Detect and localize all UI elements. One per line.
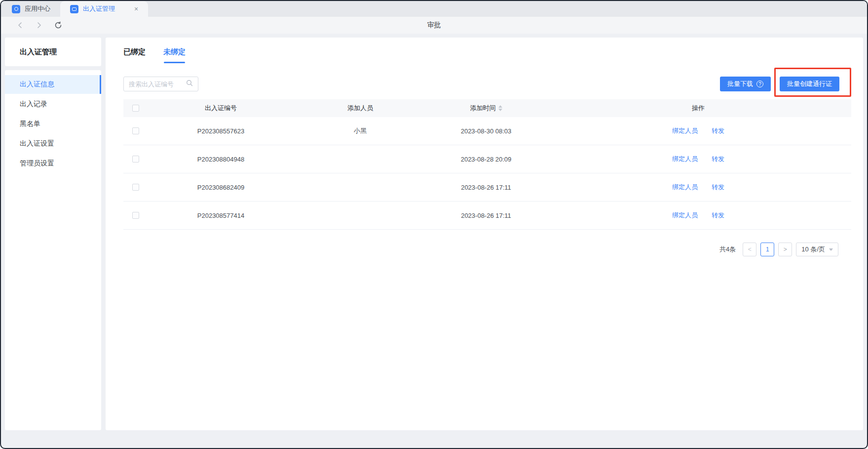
forward-link[interactable]: 转发 [712, 183, 724, 192]
tab-bar: 应用中心 出入证管理 × [1, 1, 867, 17]
sidebar-item-access-records[interactable]: 出入记录 [5, 95, 101, 114]
batch-download-button[interactable]: 批量下载 ? [720, 77, 771, 91]
row-checkbox[interactable] [132, 212, 139, 219]
refresh-icon[interactable] [54, 21, 62, 29]
search-box [123, 77, 198, 91]
help-icon[interactable]: ? [756, 81, 763, 87]
sidebar-title: 出入证管理 [5, 38, 101, 66]
forward-icon[interactable] [36, 22, 42, 29]
row-checkbox[interactable] [132, 156, 139, 163]
added-time: 2023-08-26 17:11 [427, 212, 545, 219]
tab-app-center[interactable]: 应用中心 [2, 1, 60, 17]
tab-app-center-label: 应用中心 [25, 4, 50, 13]
added-by: 小黑 [294, 126, 427, 135]
sidebar-item-pass-info[interactable]: 出入证信息 [5, 75, 101, 94]
sidebar-item-admin-settings[interactable]: 管理员设置 [5, 154, 101, 173]
pass-no: P202308557623 [148, 127, 294, 135]
col-header-pass-no: 出入证编号 [148, 104, 294, 113]
batch-create-pass-button[interactable]: 批量创建通行证 [780, 77, 839, 91]
pass-management-icon [70, 5, 78, 13]
pass-no: P202308682409 [148, 184, 294, 191]
col-header-added-time: 添加时间 [470, 104, 496, 113]
sidebar-item-blacklist[interactable]: 黑名单 [5, 115, 101, 133]
added-time: 2023-08-26 17:11 [427, 184, 545, 191]
bind-person-link[interactable]: 绑定人员 [672, 126, 698, 135]
table-header-row: 出入证编号 添加人员 添加时间 操作 [123, 99, 851, 117]
back-icon[interactable] [17, 22, 24, 29]
sidebar-item-pass-settings[interactable]: 出入证设置 [5, 134, 101, 153]
search-icon[interactable] [186, 80, 193, 88]
forward-link[interactable]: 转发 [712, 211, 724, 220]
forward-link[interactable]: 转发 [712, 126, 724, 135]
select-all-checkbox[interactable] [132, 105, 139, 112]
bind-person-link[interactable]: 绑定人员 [672, 211, 698, 220]
search-input[interactable] [129, 81, 186, 88]
pass-table: 出入证编号 添加人员 添加时间 操作 P202308557623 小黑 2023… [123, 99, 851, 230]
sidebar-menu: 出入证信息 出入记录 黑名单 出入证设置 管理员设置 [5, 70, 101, 430]
table-row: P202308557623 小黑 2023-08-30 08:03 绑定人员 转… [123, 117, 851, 145]
tab-bound[interactable]: 已绑定 [123, 47, 146, 63]
tab-unbound[interactable]: 未绑定 [163, 47, 186, 63]
current-page-button[interactable]: 1 [760, 243, 774, 256]
bind-person-link[interactable]: 绑定人员 [672, 183, 698, 192]
tab-pass-management[interactable]: 出入证管理 × [60, 1, 148, 17]
sort-icon[interactable] [498, 105, 502, 111]
page-size-label: 10 条/页 [801, 245, 825, 254]
table-row: P202308682409 2023-08-26 17:11 绑定人员 转发 [123, 173, 851, 202]
pass-no: P202308577414 [148, 212, 294, 219]
row-checkbox[interactable] [132, 184, 139, 191]
nav-bar: 审批 [1, 17, 867, 34]
pagination: 共4条 < 1 > 10 条/页 [123, 243, 851, 256]
pass-no: P202308804948 [148, 156, 294, 163]
col-header-added-by: 添加人员 [294, 104, 427, 113]
col-header-actions: 操作 [545, 104, 851, 113]
row-checkbox[interactable] [132, 127, 139, 134]
content-area: 出入证管理 出入证信息 出入记录 黑名单 出入证设置 管理员设置 已绑定 未绑定 [1, 34, 867, 448]
page-title: 审批 [1, 21, 867, 30]
chevron-down-icon [829, 248, 833, 251]
table-row: P202308577414 2023-08-26 17:11 绑定人员 转发 [123, 202, 851, 230]
binding-tabs: 已绑定 未绑定 [123, 47, 851, 63]
added-time: 2023-08-30 08:03 [427, 127, 545, 135]
bind-person-link[interactable]: 绑定人员 [672, 155, 698, 163]
total-count: 共4条 [719, 245, 736, 254]
close-icon[interactable]: × [134, 5, 138, 12]
tab-pass-management-label: 出入证管理 [83, 4, 115, 13]
main-panel: 已绑定 未绑定 批量下载 ? 批量创建通行证 [106, 38, 863, 430]
batch-download-label: 批量下载 [727, 80, 753, 88]
prev-page-button[interactable]: < [743, 243, 756, 256]
table-row: P202308804948 2023-08-28 20:09 绑定人员 转发 [123, 145, 851, 173]
page-size-select[interactable]: 10 条/页 [796, 243, 838, 256]
app-window: 应用中心 出入证管理 × 审批 出入证管理 出入证信息 [0, 0, 868, 449]
app-center-icon [12, 5, 20, 13]
toolbar: 批量下载 ? 批量创建通行证 [123, 77, 851, 91]
added-time: 2023-08-28 20:09 [427, 156, 545, 163]
sidebar: 出入证管理 出入证信息 出入记录 黑名单 出入证设置 管理员设置 [5, 38, 101, 430]
next-page-button[interactable]: > [778, 243, 792, 256]
forward-link[interactable]: 转发 [712, 155, 724, 163]
